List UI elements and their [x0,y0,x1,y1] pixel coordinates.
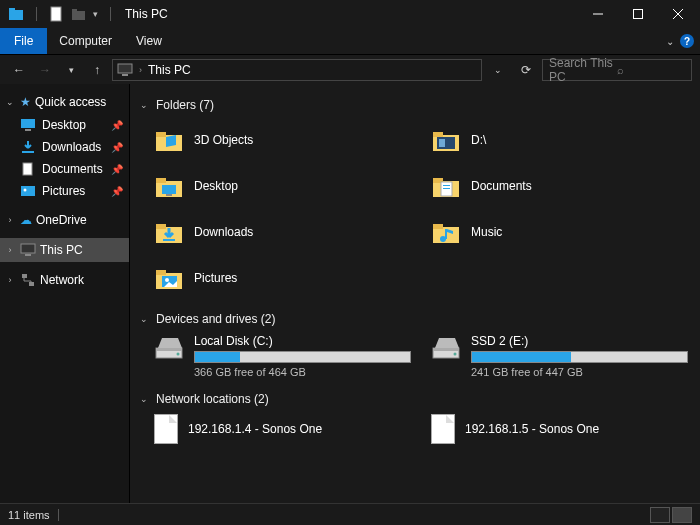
sidebar-item-documents[interactable]: Documents📌 [0,158,129,180]
drive-item[interactable]: SSD 2 (E:)241 GB free of 447 GB [431,334,688,378]
search-icon: ⌕ [617,64,685,76]
address-path: This PC [148,63,191,77]
drive-name: Local Disk (C:) [194,334,411,348]
ribbon-tabs: File Computer View ⌄ ? [0,28,700,54]
maximize-button[interactable] [618,0,658,28]
network-icon [20,273,36,287]
folder-item[interactable]: Music [431,212,688,252]
folder-item[interactable]: D:\ [431,120,688,160]
svg-rect-11 [122,74,128,76]
sidebar-item-pictures[interactable]: Pictures📌 [0,180,129,202]
folder-item[interactable]: Desktop [154,166,411,206]
sidebar-this-pc[interactable]: › This PC [0,238,129,262]
chevron-right-icon[interactable]: › [4,215,16,225]
minimize-button[interactable] [578,0,618,28]
network-location-item[interactable]: 192.168.1.4 - Sonos One [154,414,411,444]
file-tab[interactable]: File [0,28,47,54]
new-folder-icon[interactable] [71,6,87,22]
chevron-right-icon[interactable]: › [4,275,16,285]
drives-group-header[interactable]: ⌄ Devices and drives (2) [134,312,688,326]
properties-icon[interactable] [49,6,65,22]
svg-rect-14 [23,163,32,175]
svg-rect-36 [443,188,450,189]
refresh-button[interactable]: ⟳ [514,59,538,81]
view-tab[interactable]: View [124,28,174,54]
svg-rect-20 [29,282,34,286]
ribbon-expand-icon[interactable]: ⌄ [666,36,674,47]
svg-rect-5 [72,9,77,12]
folder-item[interactable]: 3D Objects [154,120,411,160]
forward-button[interactable]: → [34,59,56,81]
downloads-icon [20,140,36,154]
sidebar-quick-access[interactable]: ⌄ ★ Quick access [0,90,129,114]
sidebar-item-downloads[interactable]: Downloads📌 [0,136,129,158]
sidebar-item-desktop[interactable]: Desktop📌 [0,114,129,136]
svg-rect-2 [51,7,61,21]
svg-rect-10 [118,64,132,73]
drive-free-text: 241 GB free of 447 GB [471,366,688,378]
chevron-down-icon[interactable]: ⌄ [138,100,150,110]
qat-dropdown-icon[interactable]: ▾ [93,9,98,19]
drive-icon [154,334,184,362]
svg-rect-25 [433,132,443,137]
up-button[interactable]: ↑ [86,59,108,81]
svg-rect-15 [21,186,35,196]
svg-rect-17 [21,244,35,253]
netloc-group-header[interactable]: ⌄ Network locations (2) [134,392,688,406]
chevron-right-icon[interactable]: › [4,245,16,255]
svg-rect-0 [9,10,23,20]
drive-item[interactable]: Local Disk (C:)366 GB free of 464 GB [154,334,411,378]
help-icon[interactable]: ? [680,34,694,48]
folder-icon [154,265,184,291]
folder-item[interactable]: Downloads [154,212,411,252]
search-input[interactable]: Search This PC ⌕ [542,59,692,81]
title-bar: ▾ This PC [0,0,700,28]
back-button[interactable]: ← [8,59,30,81]
svg-rect-1 [9,8,15,11]
folder-item[interactable]: Documents [431,166,688,206]
pin-icon: 📌 [111,120,123,131]
folder-label: Desktop [194,179,238,193]
network-location-item[interactable]: 192.168.1.5 - Sonos One [431,414,688,444]
svg-rect-12 [21,119,35,128]
svg-point-47 [165,278,169,282]
pin-icon: 📌 [111,186,123,197]
folder-label: 3D Objects [194,133,253,147]
navigation-pane: ⌄ ★ Quick access Desktop📌 Downloads📌 Doc… [0,84,130,503]
svg-rect-30 [162,185,176,194]
folder-label: Downloads [194,225,253,239]
folder-item[interactable]: Pictures [154,258,411,298]
tiles-view-button[interactable] [672,507,692,523]
svg-rect-31 [166,194,172,196]
window-title: This PC [125,7,168,21]
svg-point-50 [177,353,180,356]
history-dropdown-icon[interactable]: ⌄ [486,59,510,81]
sidebar-network[interactable]: › Network [0,268,129,292]
close-button[interactable] [658,0,698,28]
folder-label: Pictures [194,271,237,285]
svg-rect-49 [156,348,182,351]
chevron-down-icon[interactable]: ⌄ [138,314,150,324]
computer-tab[interactable]: Computer [47,28,124,54]
content-pane: ⌄ Folders (7) 3D ObjectsD:\DesktopDocume… [130,84,700,503]
sidebar-onedrive[interactable]: › ☁ OneDrive [0,208,129,232]
drive-icon [431,334,461,362]
documents-icon [20,162,36,176]
quick-access-toolbar: ▾ [2,6,117,22]
chevron-right-icon[interactable]: › [139,65,142,75]
details-view-button[interactable] [650,507,670,523]
recent-locations-icon[interactable]: ▾ [60,59,82,81]
folder-icon [154,173,184,199]
status-bar: 11 items [0,503,700,525]
folder-icon [431,127,461,153]
address-bar[interactable]: › This PC [112,59,482,81]
folder-icon [431,219,461,245]
svg-rect-29 [156,178,166,183]
drive-free-text: 366 GB free of 464 GB [194,366,411,378]
chevron-down-icon[interactable]: ⌄ [138,394,150,404]
pin-icon: 📌 [111,142,123,153]
folders-group-header[interactable]: ⌄ Folders (7) [134,98,688,112]
star-icon: ★ [20,95,31,109]
svg-rect-7 [634,10,643,19]
chevron-down-icon[interactable]: ⌄ [4,97,16,107]
